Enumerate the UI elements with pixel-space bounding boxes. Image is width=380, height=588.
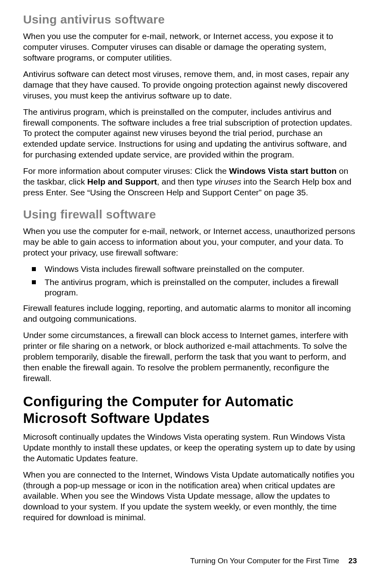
paragraph: When you are connected to the Internet, …	[23, 470, 357, 523]
list-item: The antivirus program, which is preinsta…	[32, 277, 357, 299]
paragraph: When you use the computer for e-mail, ne…	[23, 31, 357, 63]
text-fragment: For more information about computer viru…	[23, 166, 229, 175]
page-number: 23	[349, 557, 357, 565]
bold-text: Help and Support	[87, 177, 157, 186]
text-fragment: , and then type	[157, 177, 215, 186]
paragraph: Antivirus software can detect most virus…	[23, 69, 357, 101]
heading-antivirus: Using antivirus software	[23, 12, 357, 27]
paragraph: When you use the computer for e-mail, ne…	[23, 226, 357, 258]
footer-section-title: Turning On Your Computer for the First T…	[190, 557, 339, 565]
page-footer: Turning On Your Computer for the First T…	[190, 556, 357, 566]
heading-firewall: Using firewall software	[23, 207, 357, 222]
paragraph: The antivirus program, which is preinsta…	[23, 107, 357, 160]
heading-updates: Configuring the Computer for Automatic M…	[23, 393, 357, 426]
paragraph: For more information about computer viru…	[23, 166, 357, 198]
paragraph: Microsoft continually updates the Window…	[23, 432, 357, 464]
bullet-list: Windows Vista includes firewall software…	[32, 264, 357, 299]
list-item: Windows Vista includes firewall software…	[32, 264, 357, 275]
paragraph: Firewall features include logging, repor…	[23, 303, 357, 324]
paragraph: Under some circumstances, a firewall can…	[23, 330, 357, 383]
italic-text: viruses	[215, 177, 241, 186]
bold-text: Windows Vista start button	[229, 166, 337, 175]
